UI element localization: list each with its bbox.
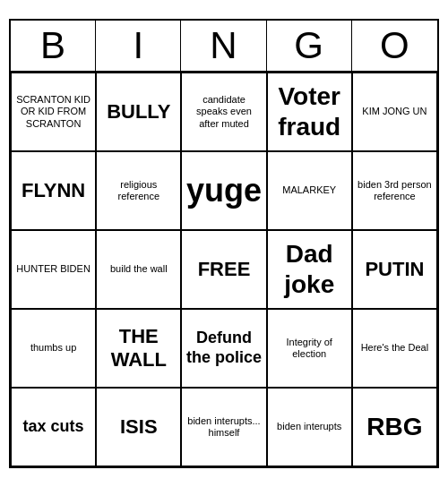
header-letter-b: B <box>11 21 96 71</box>
bingo-cell-1[interactable]: BULLY <box>96 73 181 151</box>
bingo-cell-16[interactable]: THE WALL <box>96 309 181 388</box>
bingo-card: BINGO SCRANTON KID OR KID FROM SCRANTONB… <box>9 19 439 468</box>
bingo-cell-17[interactable]: Defund the police <box>181 309 266 388</box>
bingo-cell-21[interactable]: ISIS <box>96 388 181 466</box>
bingo-cell-10[interactable]: HUNTER BIDEN <box>11 230 96 309</box>
bingo-cell-3[interactable]: Voter fraud <box>267 73 352 151</box>
header-letter-n: N <box>181 21 266 71</box>
bingo-grid: SCRANTON KID OR KID FROM SCRANTONBULLYca… <box>11 73 437 466</box>
bingo-cell-24[interactable]: RBG <box>352 388 437 466</box>
bingo-cell-8[interactable]: MALARKEY <box>267 151 352 230</box>
bingo-cell-15[interactable]: thumbs up <box>11 309 96 388</box>
header-letter-i: I <box>96 21 181 71</box>
bingo-cell-11[interactable]: build the wall <box>96 230 181 309</box>
header-letter-g: G <box>267 21 352 71</box>
bingo-cell-20[interactable]: tax cuts <box>11 388 96 466</box>
bingo-cell-2[interactable]: candidate speaks even after muted <box>181 73 266 151</box>
bingo-cell-7[interactable]: yuge <box>181 151 266 230</box>
bingo-cell-18[interactable]: Integrity of election <box>267 309 352 388</box>
bingo-cell-12[interactable]: FREE <box>181 230 266 309</box>
bingo-cell-0[interactable]: SCRANTON KID OR KID FROM SCRANTON <box>11 73 96 151</box>
bingo-cell-13[interactable]: Dad joke <box>267 230 352 309</box>
bingo-header: BINGO <box>11 21 437 73</box>
header-letter-o: O <box>352 21 437 71</box>
bingo-cell-5[interactable]: FLYNN <box>11 151 96 230</box>
bingo-cell-19[interactable]: Here's the Deal <box>352 309 437 388</box>
bingo-cell-22[interactable]: biden interupts... himself <box>181 388 266 466</box>
bingo-cell-23[interactable]: biden interupts <box>267 388 352 466</box>
bingo-cell-4[interactable]: KIM JONG UN <box>352 73 437 151</box>
bingo-cell-6[interactable]: religious reference <box>96 151 181 230</box>
bingo-cell-9[interactable]: biden 3rd person reference <box>352 151 437 230</box>
bingo-cell-14[interactable]: PUTIN <box>352 230 437 309</box>
